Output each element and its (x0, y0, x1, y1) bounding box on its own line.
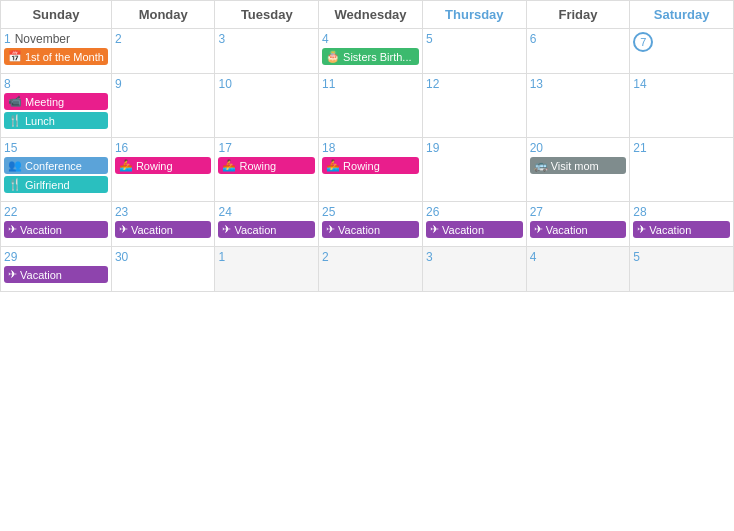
calendar-cell[interactable]: 16🚣Rowing (111, 138, 215, 202)
event-label: Sisters Birth... (343, 51, 411, 63)
event-label: Rowing (343, 160, 380, 172)
event-label: Meeting (25, 96, 64, 108)
day-number: 3 (426, 250, 433, 264)
calendar-week-4: 29✈Vacation3012345 (1, 247, 734, 292)
calendar-event[interactable]: 📅1st of the Month (4, 48, 108, 65)
calendar-cell[interactable]: 10 (215, 74, 319, 138)
calendar-cell[interactable]: 8📹Meeting🍴Lunch (1, 74, 112, 138)
calendar-cell[interactable]: 29✈Vacation (1, 247, 112, 292)
event-label: Rowing (239, 160, 276, 172)
calendar-cell[interactable]: 20🚌Visit mom (526, 138, 630, 202)
calendar-cell[interactable]: 11 (319, 74, 423, 138)
calendar-cell[interactable]: 7 (630, 29, 734, 74)
calendar-week-3: 22✈Vacation23✈Vacation24✈Vacation25✈Vaca… (1, 202, 734, 247)
calendar-event[interactable]: ✈Vacation (530, 221, 627, 238)
calendar-cell[interactable]: 23✈Vacation (111, 202, 215, 247)
calendar-event[interactable]: 🚣Rowing (115, 157, 212, 174)
event-icon: ✈ (637, 223, 646, 236)
calendar-cell[interactable]: 30 (111, 247, 215, 292)
event-icon: 🎂 (326, 50, 340, 63)
event-icon: ✈ (430, 223, 439, 236)
calendar-event[interactable]: 👥Conference (4, 157, 108, 174)
calendar-event[interactable]: ✈Vacation (115, 221, 212, 238)
calendar-event[interactable]: 📹Meeting (4, 93, 108, 110)
calendar-cell[interactable]: 13 (526, 74, 630, 138)
day-number: 30 (115, 250, 128, 264)
event-icon: 📅 (8, 50, 22, 63)
calendar-cell[interactable]: 28✈Vacation (630, 202, 734, 247)
day-number: 11 (322, 77, 335, 91)
calendar-table: SundayMondayTuesdayWednesdayThursdayFrid… (0, 0, 734, 292)
calendar-cell[interactable]: 2 (319, 247, 423, 292)
day-number: 18 (322, 141, 335, 155)
day-number: 9 (115, 77, 122, 91)
day-number: 1 (4, 32, 11, 46)
day-number: 19 (426, 141, 439, 155)
calendar-event[interactable]: 🚣Rowing (322, 157, 419, 174)
event-label: Vacation (649, 224, 691, 236)
day-number: 22 (4, 205, 17, 219)
event-icon: ✈ (8, 223, 17, 236)
calendar-cell[interactable]: 27✈Vacation (526, 202, 630, 247)
day-number: 4 (322, 32, 329, 46)
header-day-friday: Friday (526, 1, 630, 29)
calendar-cell[interactable]: 5 (630, 247, 734, 292)
event-label: Conference (25, 160, 82, 172)
calendar-event[interactable]: 🚣Rowing (218, 157, 315, 174)
calendar-cell[interactable]: 3 (423, 247, 527, 292)
calendar-event[interactable]: 🍴Girlfriend (4, 176, 108, 193)
day-number: 27 (530, 205, 543, 219)
calendar-cell[interactable]: 5 (423, 29, 527, 74)
calendar-cell[interactable]: 21 (630, 138, 734, 202)
header-day-sunday: Sunday (1, 1, 112, 29)
calendar-cell[interactable]: 26✈Vacation (423, 202, 527, 247)
calendar-cell[interactable]: 24✈Vacation (215, 202, 319, 247)
day-number: 3 (218, 32, 225, 46)
calendar-event[interactable]: ✈Vacation (4, 266, 108, 283)
event-label: Vacation (131, 224, 173, 236)
day-number: 1 (218, 250, 225, 264)
event-label: Girlfriend (25, 179, 70, 191)
day-number: 5 (633, 250, 640, 264)
calendar-cell[interactable]: 6 (526, 29, 630, 74)
calendar-event[interactable]: ✈Vacation (4, 221, 108, 238)
event-icon: 🍴 (8, 178, 22, 191)
calendar-cell[interactable]: 9 (111, 74, 215, 138)
calendar-event[interactable]: ✈Vacation (218, 221, 315, 238)
calendar-cell[interactable]: 1 (215, 247, 319, 292)
calendar-cell[interactable]: 22✈Vacation (1, 202, 112, 247)
event-icon: 👥 (8, 159, 22, 172)
calendar-cell[interactable]: 19 (423, 138, 527, 202)
calendar-cell[interactable]: 3 (215, 29, 319, 74)
calendar-event[interactable]: ✈Vacation (322, 221, 419, 238)
event-label: Rowing (136, 160, 173, 172)
calendar-cell[interactable]: 17🚣Rowing (215, 138, 319, 202)
calendar-event[interactable]: ✈Vacation (426, 221, 523, 238)
event-icon: ✈ (119, 223, 128, 236)
event-label: Vacation (20, 269, 62, 281)
calendar-cell[interactable]: 15👥Conference🍴Girlfriend (1, 138, 112, 202)
calendar-event[interactable]: ✈Vacation (633, 221, 730, 238)
calendar-cell[interactable]: 4🎂Sisters Birth... (319, 29, 423, 74)
day-number: 23 (115, 205, 128, 219)
day-number: 17 (218, 141, 231, 155)
day-number: 15 (4, 141, 17, 155)
event-icon: 📹 (8, 95, 22, 108)
calendar-event[interactable]: 🚌Visit mom (530, 157, 627, 174)
day-number: 5 (426, 32, 433, 46)
calendar-event[interactable]: 🎂Sisters Birth... (322, 48, 419, 65)
calendar-cell[interactable]: 25✈Vacation (319, 202, 423, 247)
event-label: Vacation (20, 224, 62, 236)
day-number: 8 (4, 77, 11, 91)
calendar-cell[interactable]: 14 (630, 74, 734, 138)
calendar-cell[interactable]: 12 (423, 74, 527, 138)
calendar-cell[interactable]: 18🚣Rowing (319, 138, 423, 202)
calendar-event[interactable]: 🍴Lunch (4, 112, 108, 129)
day-number: 26 (426, 205, 439, 219)
event-label: 1st of the Month (25, 51, 104, 63)
event-icon: ✈ (534, 223, 543, 236)
calendar-cell[interactable]: 1November📅1st of the Month (1, 29, 112, 74)
calendar-cell[interactable]: 4 (526, 247, 630, 292)
event-label: Visit mom (551, 160, 599, 172)
calendar-cell[interactable]: 2 (111, 29, 215, 74)
